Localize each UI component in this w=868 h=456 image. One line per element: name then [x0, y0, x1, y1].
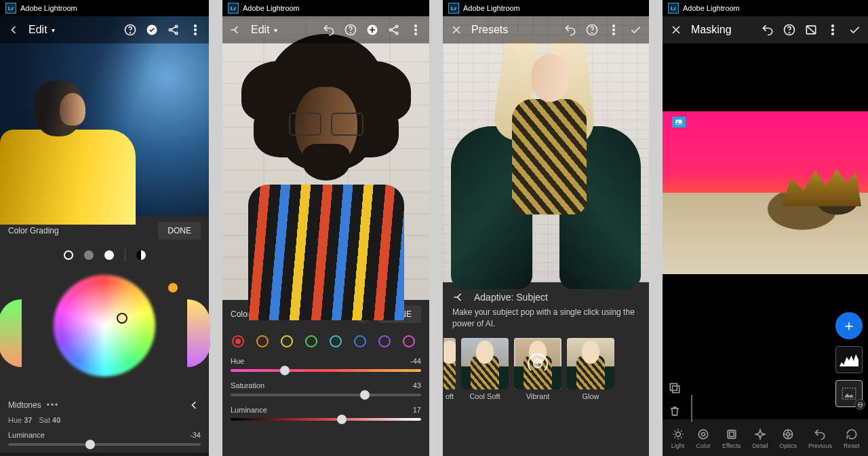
- preset-thumb-vibrant[interactable]: [514, 338, 561, 390]
- edit-tab-reset[interactable]: Reset: [844, 428, 860, 449]
- undo-icon[interactable]: [761, 23, 774, 37]
- undo-icon[interactable]: [564, 23, 577, 37]
- edit-tab-previous[interactable]: Previous: [808, 428, 832, 449]
- saturation-slider[interactable]: [231, 394, 421, 396]
- close-icon[interactable]: [669, 23, 683, 37]
- compare-icon[interactable]: [804, 23, 818, 37]
- color-icon: [696, 428, 710, 441]
- color-channel-2[interactable]: [281, 335, 293, 347]
- svg-point-35: [699, 430, 708, 438]
- image-badge-icon[interactable]: [672, 117, 686, 128]
- range-more-icon[interactable]: •••: [47, 400, 60, 410]
- color-channel-7[interactable]: [403, 335, 415, 347]
- svg-point-30: [677, 121, 679, 122]
- midtones-dot[interactable]: [84, 250, 94, 260]
- add-mask-button[interactable]: ＋: [835, 312, 863, 339]
- more-icon[interactable]: [409, 23, 422, 37]
- canvas-area[interactable]: ＋ ⊖: [663, 43, 868, 419]
- preset-thumb-cool-soft[interactable]: [461, 338, 509, 390]
- app-titlebar: Lr Adobe Lightroom: [663, 0, 868, 16]
- luminance-slider[interactable]: [231, 418, 421, 421]
- edit-tab-color[interactable]: Color: [696, 428, 711, 449]
- wheel-hue-indicator[interactable]: [168, 283, 178, 292]
- color-channel-0[interactable]: [232, 335, 244, 347]
- color-channel-6[interactable]: [378, 335, 391, 347]
- chevron-down-icon: ▾: [52, 26, 55, 34]
- svg-point-22: [613, 33, 615, 35]
- confirm-check-icon[interactable]: [848, 23, 861, 37]
- svg-rect-32: [670, 383, 677, 390]
- color-channel-1[interactable]: [256, 335, 269, 347]
- done-button[interactable]: DONE: [158, 222, 201, 240]
- close-icon[interactable]: [450, 23, 463, 37]
- color-wheel[interactable]: [0, 265, 209, 394]
- subtract-mask-icon[interactable]: ⊖: [854, 399, 865, 410]
- confirm-check-icon[interactable]: [629, 23, 642, 37]
- color-channel-5[interactable]: [354, 335, 366, 347]
- share-icon[interactable]: [387, 23, 401, 37]
- hue-label: Hue: [231, 357, 244, 365]
- edit-tab-effects[interactable]: Effects: [722, 428, 741, 449]
- help-icon[interactable]: [585, 23, 599, 37]
- svg-point-21: [613, 29, 615, 31]
- app-titlebar: Lr Adobe Lightroom: [0, 0, 209, 16]
- back-arrow-icon[interactable]: [229, 23, 243, 37]
- tab-label: Reset: [844, 442, 860, 449]
- shadows-dot[interactable]: [64, 250, 73, 260]
- edit-tab-detail[interactable]: Detail: [752, 428, 768, 449]
- share-icon[interactable]: [167, 23, 180, 37]
- reset-icon: [845, 428, 859, 441]
- tab-label: Optics: [779, 442, 797, 449]
- photo-preview[interactable]: [0, 16, 209, 216]
- back-arrow-icon[interactable]: [7, 23, 20, 37]
- color-channel-4[interactable]: [330, 335, 342, 347]
- more-icon[interactable]: [189, 23, 202, 37]
- svg-point-24: [789, 33, 790, 33]
- luminance-slider[interactable]: [8, 443, 201, 446]
- collapse-chevron-icon[interactable]: [187, 398, 201, 412]
- preset-thumbnails: oftCool SoftVibrantGlow: [443, 338, 649, 400]
- preset-thumb-oft[interactable]: [443, 338, 456, 390]
- svg-point-27: [832, 29, 834, 31]
- previous-icon: [813, 428, 827, 441]
- tab-label: Light: [671, 442, 685, 449]
- photo-preview: [663, 111, 868, 274]
- photo-preview[interactable]: [443, 16, 649, 282]
- photo-preview[interactable]: [222, 16, 429, 300]
- edit-toolbar: Edit▾: [0, 16, 209, 43]
- mask-thumbnail-1[interactable]: [835, 346, 863, 373]
- amount-slider[interactable]: [691, 395, 692, 422]
- edit-tab-light[interactable]: Light: [671, 428, 685, 449]
- help-icon[interactable]: [344, 23, 357, 37]
- svg-rect-33: [673, 386, 679, 393]
- back-arrow-icon[interactable]: [452, 290, 466, 304]
- hue-slider[interactable]: [231, 369, 421, 372]
- color-channel-3[interactable]: [305, 335, 317, 347]
- lightroom-logo: Lr: [448, 3, 459, 14]
- tone-range-selector: [0, 245, 209, 265]
- more-icon[interactable]: [826, 23, 840, 37]
- lightroom-logo: Lr: [5, 3, 16, 14]
- svg-point-5: [176, 32, 178, 34]
- more-icon[interactable]: [607, 23, 620, 37]
- add-icon[interactable]: [366, 23, 379, 37]
- color-channel-selector: [222, 328, 429, 354]
- lightroom-logo: Lr: [668, 3, 679, 14]
- detail-icon: [753, 428, 767, 441]
- preset-thumb-glow[interactable]: [567, 338, 614, 390]
- approve-icon[interactable]: [145, 23, 159, 37]
- help-icon[interactable]: [783, 23, 796, 37]
- edit-tab-optics[interactable]: Optics: [779, 428, 797, 449]
- preset-label: Cool Soft: [469, 392, 500, 400]
- svg-point-15: [415, 25, 417, 27]
- overlay-icon[interactable]: [668, 381, 682, 395]
- mode-dropdown[interactable]: Edit▾: [251, 24, 277, 36]
- help-icon[interactable]: [123, 23, 137, 37]
- global-dot[interactable]: [136, 250, 146, 260]
- mode-dropdown[interactable]: Edit▾: [28, 24, 55, 36]
- trash-icon[interactable]: [668, 404, 682, 418]
- undo-icon[interactable]: [322, 23, 336, 37]
- svg-point-4: [176, 25, 178, 27]
- highlights-dot[interactable]: [104, 250, 114, 260]
- preset-group-title: Adaptive: Subject: [474, 292, 548, 303]
